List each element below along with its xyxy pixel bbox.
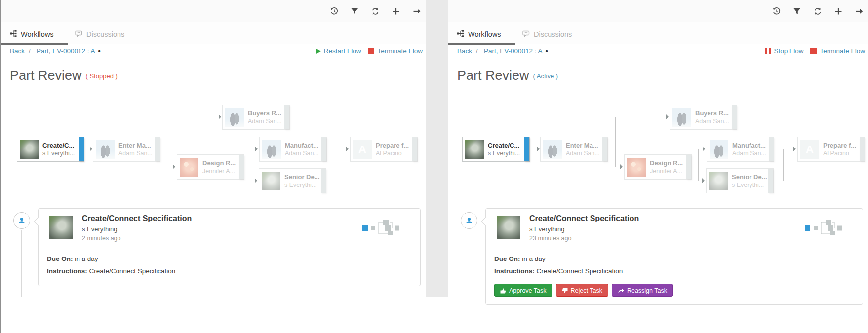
task-assignee: s Everything	[529, 225, 565, 233]
panel-toolbar	[1, 0, 426, 22]
penguins-avatar-image	[672, 108, 691, 127]
tab-bar: Workflows Discussions	[448, 22, 868, 44]
panel-toolbar	[448, 0, 868, 22]
filter-icon[interactable]	[790, 4, 804, 18]
workflow-minimap-icon	[804, 220, 843, 236]
workflow-status: ( Active )	[533, 73, 558, 80]
workflow-node-senior[interactable]: Senior De...s Everythi...	[259, 168, 326, 193]
task-title: Create/Connect Specification	[529, 214, 639, 223]
app-window: Workflows Discussions Back / Part, EV-00…	[0, 0, 868, 333]
terminate-square-icon	[810, 48, 817, 54]
workflow-panel-stopped: Workflows Discussions Back / Part, EV-00…	[0, 0, 426, 333]
terminate-square-icon	[368, 48, 374, 54]
person-icon	[18, 217, 26, 224]
penguins-avatar-image	[543, 140, 562, 159]
play-icon	[316, 48, 321, 54]
node-state-bar	[768, 169, 773, 193]
workflows-icon	[457, 30, 464, 37]
node-state-bar	[321, 137, 326, 161]
penguins-avatar-image	[710, 140, 728, 159]
workflows-icon	[10, 30, 17, 37]
thumbs-down-icon	[562, 288, 568, 294]
workflow-minimap-icon	[362, 220, 400, 236]
add-icon[interactable]	[389, 4, 403, 18]
terminate-flow-button[interactable]: Terminate Flow	[810, 47, 865, 55]
breadcrumb-separator: /	[476, 47, 478, 55]
workflow-node-enter-ma[interactable]: Enter Ma...Adam San...	[93, 137, 160, 162]
penguins-avatar-image	[262, 140, 281, 159]
instructions-field: Instructions: Create/Connect Specificati…	[494, 267, 623, 275]
history-icon[interactable]	[769, 4, 783, 18]
workflow-node-prepare[interactable]: A Prepare f...Al Pacino	[350, 137, 418, 162]
back-link[interactable]: Back	[10, 47, 25, 55]
reassign-task-button[interactable]: Reassign Task	[612, 284, 673, 297]
forward-icon[interactable]	[410, 4, 424, 18]
forward-icon[interactable]	[852, 4, 866, 18]
add-icon[interactable]	[831, 4, 845, 18]
approve-task-button[interactable]: Approve Task	[494, 284, 552, 297]
workflow-node-senior[interactable]: Senior De...s Everythi...	[706, 168, 774, 193]
task-time-ago: 23 minutes ago	[529, 235, 571, 242]
node-state-bar	[860, 137, 865, 161]
breadcrumb-item-link[interactable]: Part, EV-000012 : A	[37, 47, 95, 55]
workflow-node-prepare[interactable]: A Prepare f...Al Pacino	[797, 137, 865, 162]
node-state-bar	[686, 155, 691, 179]
panel-divider	[426, 0, 448, 297]
node-state-bar	[524, 137, 529, 161]
workflow-node-enter-ma[interactable]: Enter Ma...Adam San...	[540, 137, 608, 162]
timeline-line	[469, 230, 469, 297]
workflow-node-buyers[interactable]: Buyers R...Adam San...	[222, 105, 290, 130]
history-icon[interactable]	[327, 4, 341, 18]
discussions-icon	[75, 30, 82, 37]
node-state-bar	[155, 137, 160, 161]
koala-avatar-image	[262, 172, 280, 190]
tab-label: Workflows	[21, 30, 54, 38]
page-title: Part Review( Active )	[457, 68, 558, 83]
workflow-node-create-connect[interactable]: Create/C...s Everythi...	[462, 137, 530, 162]
node-state-bar	[412, 137, 417, 161]
node-state-bar	[602, 137, 607, 161]
terminate-flow-button[interactable]: Terminate Flow	[368, 47, 423, 55]
workflow-node-create-connect[interactable]: Create/C...s Everythi...	[17, 137, 84, 162]
task-assignee: s Everything	[82, 225, 118, 233]
node-state-bar	[239, 155, 244, 179]
tab-workflows[interactable]: Workflows	[10, 22, 54, 44]
tab-discussions[interactable]: Discussions	[522, 22, 572, 44]
workflow-node-design[interactable]: Design R...Jennifer A...	[624, 154, 692, 180]
restart-flow-button[interactable]: Restart Flow	[316, 47, 361, 55]
person-icon	[465, 217, 473, 224]
koala-avatar-image	[465, 140, 484, 159]
reject-task-button[interactable]: Reject Task	[556, 284, 608, 297]
stop-flow-button[interactable]: Stop Flow	[765, 47, 803, 55]
status-dot: •	[546, 49, 548, 54]
refresh-icon[interactable]	[368, 4, 382, 18]
tab-label: Discussions	[86, 30, 124, 38]
flow-actions: Stop Flow Terminate Flow	[765, 47, 865, 55]
refresh-icon[interactable]	[811, 4, 825, 18]
tab-bar: Workflows Discussions	[1, 22, 426, 44]
due-on-field: Due On: in a day	[47, 255, 98, 262]
workflow-node-design[interactable]: Design R...Jennifer A...	[177, 154, 244, 180]
discussions-icon	[522, 30, 530, 37]
breadcrumb: Back / Part, EV-000012 : A• Stop Flow Te…	[448, 47, 868, 59]
task-action-buttons: Approve Task Reject Task Reassign Task	[494, 284, 673, 297]
workflow-status: ( Stopped )	[86, 73, 118, 80]
breadcrumb-item-link[interactable]: Part, EV-000012 : A	[484, 47, 543, 55]
page-title: Part Review( Stopped )	[10, 68, 118, 83]
node-state-bar	[732, 105, 737, 129]
task-avatar-image	[497, 216, 520, 239]
tab-label: Workflows	[468, 30, 501, 38]
active-tab-underline	[448, 43, 515, 45]
tab-discussions[interactable]: Discussions	[75, 22, 124, 44]
workflow-node-manufact[interactable]: Manufact...Adam San...	[259, 137, 327, 162]
due-on-field: Due On: in a day	[494, 255, 546, 262]
workflow-node-manufact[interactable]: Manufact...Adam San...	[707, 137, 774, 162]
back-link[interactable]: Back	[457, 47, 472, 55]
reassign-arrow-icon	[618, 288, 624, 294]
task-user-icon	[461, 212, 477, 229]
workflow-node-buyers[interactable]: Buyers R...Adam San...	[670, 105, 737, 130]
tab-workflows[interactable]: Workflows	[457, 22, 501, 44]
filter-icon[interactable]	[348, 4, 361, 18]
breadcrumb: Back / Part, EV-000012 : A• Restart Flow…	[1, 47, 426, 59]
task-card: Create/Connect Specification s Everythin…	[38, 208, 421, 286]
